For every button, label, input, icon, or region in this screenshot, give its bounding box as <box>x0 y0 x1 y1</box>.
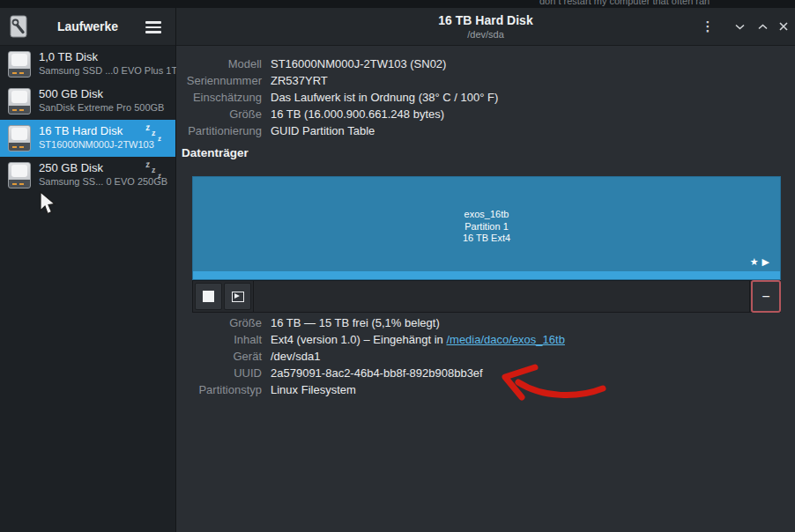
info-row-partitioning: Partitionierung GUID Partition Table <box>176 122 498 139</box>
partition-options-button[interactable] <box>224 283 251 310</box>
standby-zzz-icon: z z z <box>145 160 167 181</box>
mounted-indicator-strip <box>193 271 780 279</box>
disk-row-500gb[interactable]: 500 GB Disk SanDisk Extreme Pro 500GB <box>0 83 175 120</box>
disk-title: 1,0 TB Disk <box>39 50 183 64</box>
drive-icon <box>8 162 31 188</box>
main-panel: 16 TB Hard Disk /dev/sda ⋮ Modell ST1 <box>176 8 795 532</box>
volume-flag-icons: ★▶ <box>750 256 773 268</box>
sidebar: Laufwerke 1,0 TB Disk Samsung SSD ...0 E… <box>0 8 176 532</box>
info-row-device: Gerät /dev/sda1 <box>176 348 565 365</box>
disk-title: 500 GB Disk <box>39 87 164 101</box>
disk-row-250gb[interactable]: 250 GB Disk Samsung SS... 0 EVO 250GB z … <box>0 157 175 194</box>
play-icon: ▶ <box>762 256 773 267</box>
hamburger-menu-icon[interactable] <box>145 18 165 36</box>
disk-subtitle: Samsung SSD ...0 EVO Plus 1TB <box>39 64 183 77</box>
star-icon: ★ <box>750 256 762 267</box>
standby-zzz-icon: z z z <box>145 123 167 144</box>
volume-block-partition1[interactable]: exos_16tb Partition 1 16 TB Ext4 ★▶ <box>192 176 781 280</box>
background-window-sliver: don t restart my computer that often ran <box>0 0 795 8</box>
delete-partition-button[interactable]: − <box>751 280 781 313</box>
minimize-icon[interactable] <box>728 15 751 38</box>
info-row-model: Modell ST16000NM000J-2TW103 (SN02) <box>176 55 498 72</box>
info-row-ptype: Partitionstyp Linux Filesystem <box>176 381 565 398</box>
drive-icon <box>8 51 31 78</box>
info-row-contents: Inhalt Ext4 (version 1.0) – Eingehängt i… <box>176 331 565 348</box>
info-row-uuid: UUID 2a579091-8ac2-46b4-bb8f-892b908bb3e… <box>176 365 565 381</box>
disk-subtitle: SanDisk Extreme Pro 500GB <box>39 101 164 114</box>
volume-toolbar: − <box>192 280 781 313</box>
screen: don t restart my computer that often ran… <box>0 0 795 532</box>
close-icon[interactable] <box>772 15 795 38</box>
unmount-button[interactable] <box>195 283 222 310</box>
disk-row-16tb-selected[interactable]: 16 TB Hard Disk ST16000NM000J-2TW103 z z… <box>0 120 175 157</box>
mountpoint-link[interactable]: /media/daco/exos_16tb <box>446 333 564 346</box>
maximize-icon[interactable] <box>751 15 774 38</box>
disk-subtitle: ST16000NM000J-2TW103 <box>39 138 154 151</box>
disk-title: 16 TB Hard Disk <box>39 124 154 138</box>
info-row-serial: Seriennummer ZR537YRT <box>176 72 498 89</box>
partition-info-grid: Größe 16 TB — 15 TB frei (5,1% belegt) I… <box>176 314 565 398</box>
disk-row-1tb[interactable]: 1,0 TB Disk Samsung SSD ...0 EVO Plus 1T… <box>0 46 175 83</box>
sidebar-header: Laufwerke <box>0 8 175 46</box>
drive-icon <box>8 88 31 115</box>
drive-info-grid: Modell ST16000NM000J-2TW103 (SN02) Serie… <box>176 55 498 139</box>
partition-options-icon <box>232 292 244 302</box>
drive-menu-icon[interactable]: ⋮ <box>696 15 719 38</box>
info-row-assessment: Einschätzung Das Laufwerk ist in Ordnung… <box>176 89 498 106</box>
background-window-text: don t restart my computer that often ran <box>539 0 710 6</box>
info-row-size: Größe 16 TB (16.000.900.661.248 bytes) <box>176 106 498 122</box>
drive-details: Modell ST16000NM000J-2TW103 (SN02) Serie… <box>176 46 795 532</box>
volume-label: exos_16tb Partition 1 16 TB Ext4 <box>193 209 780 245</box>
info-row-part-size: Größe 16 TB — 15 TB frei (5,1% belegt) <box>176 314 565 331</box>
drive-icon <box>8 125 31 151</box>
headerbar: 16 TB Hard Disk /dev/sda ⋮ <box>176 8 795 46</box>
gnome-disks-window: Laufwerke 1,0 TB Disk Samsung SSD ...0 E… <box>0 8 795 532</box>
volumes-section-title: Datenträger <box>182 146 249 159</box>
disk-list: 1,0 TB Disk Samsung SSD ...0 EVO Plus 1T… <box>0 46 175 194</box>
minus-icon: − <box>762 289 769 305</box>
stop-icon <box>203 291 214 302</box>
